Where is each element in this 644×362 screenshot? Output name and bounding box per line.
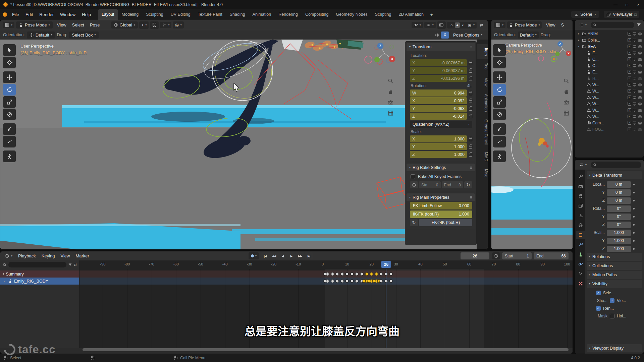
render-toggle-icon[interactable] (638, 83, 642, 87)
render-toggle-icon[interactable] (638, 127, 642, 131)
lock-open-icon[interactable] (469, 108, 472, 111)
viewport-toggle-icon[interactable] (633, 64, 637, 68)
outliner-row-w-[interactable]: W...✓ (575, 113, 644, 120)
visibility-checkbox[interactable]: ✓ (610, 298, 614, 303)
section-menu-icon[interactable]: ≡ (470, 45, 472, 49)
frame-start-field[interactable]: Start 1 (502, 252, 532, 259)
rig-main-header[interactable]: ▾ Rig Main Properties ≡ (407, 193, 475, 201)
delta-z-field[interactable]: 1.000 (607, 246, 631, 252)
tool-rotate[interactable] (3, 84, 16, 96)
visibility-checkbox[interactable]: ✓ (628, 70, 631, 74)
playback-button-3[interactable]: ▶ (287, 252, 296, 259)
render-toggle-icon[interactable] (638, 32, 642, 36)
viewport-menu-view[interactable]: View (54, 21, 69, 28)
animate-dot[interactable] (633, 192, 635, 193)
workspace-tab-sculpting[interactable]: Sculpting (142, 9, 167, 20)
shading-material-button[interactable]: ◐ (461, 22, 466, 28)
properties-tab-view-layer[interactable] (576, 201, 585, 210)
sort-icon[interactable]: ⇄ (74, 263, 77, 266)
visibility-checkbox[interactable]: ✓ (628, 121, 631, 125)
visibility-checkbox[interactable]: ✓ (628, 32, 631, 36)
outliner-row-anim[interactable]: ▸ANIM✓ (575, 31, 644, 37)
animate-dot[interactable] (633, 248, 635, 250)
outliner-row-colle-[interactable]: ▸Colle...✓ (575, 37, 644, 43)
workspace-tab-layout[interactable]: Layout (98, 9, 118, 20)
snap-target-dropdown[interactable]: ▾ (160, 22, 171, 28)
properties-tab-physics[interactable] (576, 260, 585, 268)
workspace-tab-2d-animation[interactable]: 2D Animation (395, 9, 427, 20)
delta-transform-header[interactable]: ▾ Delta Transform (587, 171, 642, 179)
section-menu-icon[interactable]: ≡ (470, 165, 472, 170)
scl-x-field[interactable]: X1.000 (410, 135, 467, 142)
properties-tab-scene[interactable] (576, 211, 585, 220)
camera-menu-s[interactable]: S (558, 21, 567, 28)
visibility-checkbox[interactable] (610, 314, 614, 318)
sidebar-tab-mmd[interactable]: MMD (477, 148, 488, 165)
properties-tab-constraints[interactable] (576, 269, 585, 278)
transform-section-header[interactable]: ▾ Transform ≡ (407, 43, 475, 51)
channel-emily-rig-body[interactable]: ▸Emily_RIG_BODY (0, 278, 79, 285)
timeline-ruler[interactable]: -90-80-70-60-50-40-30-20-100102030405060… (0, 260, 573, 269)
visibility-checkbox[interactable]: ✓ (596, 306, 601, 311)
bake-refresh-button[interactable]: ↻ (464, 181, 472, 188)
viewport-toggle-icon[interactable] (633, 89, 637, 93)
animate-dot[interactable] (633, 184, 635, 185)
viewport-toggle-icon[interactable] (633, 96, 637, 100)
camera-view-button[interactable] (387, 99, 394, 106)
scl-z-field[interactable]: Z1.000 (410, 151, 467, 158)
proportional-edit-dropdown[interactable]: ◎▾ (173, 21, 183, 28)
editor-swap-icon[interactable]: ⇄ (478, 22, 485, 27)
loc-x-field[interactable]: X-0.007667 m (410, 59, 467, 66)
viewport-toggle-icon[interactable] (633, 76, 637, 80)
playhead-frame-badge[interactable]: 26 (381, 261, 391, 268)
channel-summary[interactable]: •Summary (0, 270, 79, 278)
render-toggle-icon[interactable] (638, 38, 642, 42)
editor-type-button[interactable]: ▾ (577, 162, 589, 168)
lock-open-icon[interactable] (469, 154, 472, 157)
mode-dropdown[interactable]: Pose Mode▾ (507, 21, 542, 28)
render-toggle-icon[interactable] (638, 64, 642, 68)
properties-tab-modifiers[interactable] (576, 240, 585, 249)
minimize-button[interactable]: — (610, 0, 621, 9)
visibility-checkbox[interactable]: ✓ (596, 291, 601, 295)
blender-menu-icon[interactable] (3, 12, 7, 17)
outliner-row-w-[interactable]: W...✓ (575, 101, 644, 107)
tool-measure[interactable] (3, 136, 16, 147)
shading-solid-button[interactable]: ● (455, 22, 460, 28)
visibility-checkbox[interactable]: ✓ (628, 102, 631, 106)
delta-z-field[interactable]: 0 m (607, 197, 631, 204)
workspace-tab-geometry-nodes[interactable]: Geometry Nodes (332, 9, 371, 20)
frame-end-field[interactable]: End 66 (534, 252, 569, 259)
viewport-display-header[interactable]: ▾ Viewport Display (587, 344, 642, 352)
workspace-tab-animation[interactable]: Animation (249, 9, 275, 20)
playback-button-4[interactable]: ▶▶ (296, 252, 304, 259)
viewport-toggle-icon[interactable] (633, 121, 637, 125)
viewport-toggle-icon[interactable] (633, 32, 637, 36)
render-toggle-icon[interactable] (638, 51, 642, 55)
rot-y-field[interactable]: Y-0.063 (410, 105, 467, 112)
render-toggle-icon[interactable] (638, 89, 642, 93)
bake-all-checkbox[interactable] (411, 174, 415, 179)
camera-view-button[interactable] (562, 99, 570, 106)
viewport-toggle-icon[interactable] (633, 51, 637, 55)
channel-search-input[interactable] (8, 262, 66, 267)
scl-y-field[interactable]: Y1.000 (410, 143, 467, 150)
lock-open-icon[interactable] (469, 70, 472, 73)
render-toggle-icon[interactable] (638, 76, 642, 80)
delta-z-field[interactable]: 0° (607, 222, 631, 228)
render-toggle-icon[interactable] (638, 70, 642, 74)
delta-y-field[interactable]: 0° (607, 214, 631, 220)
workspace-tab-texture-paint[interactable]: Texture Paint (194, 9, 226, 20)
visibility-checkbox[interactable]: ✓ (628, 51, 631, 55)
viewport-toggle-icon[interactable] (633, 108, 637, 112)
viewport-menu-select[interactable]: Select (69, 21, 87, 28)
tool-transform[interactable] (3, 109, 16, 120)
camera-menu-view[interactable]: View (543, 21, 558, 28)
copy-viewlayer-icon[interactable]: □ (634, 12, 637, 16)
menu-edit[interactable]: Edit (22, 11, 36, 18)
timeline-hscrollbar[interactable] (83, 348, 569, 351)
slider-ik-fk-foot-r-[interactable]: IK-FK (foot.R)1.000 (410, 210, 472, 218)
delta-scal--field[interactable]: 1.000 (607, 230, 631, 236)
outliner-row-w-[interactable]: W...✓ (575, 88, 644, 94)
orientation-default-dropdown[interactable]: Default▾ (518, 32, 539, 39)
